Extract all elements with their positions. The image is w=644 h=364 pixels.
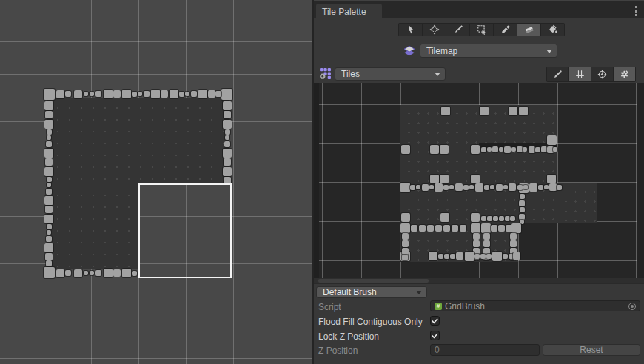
palette-tiles-icon [319,67,332,80]
chevron-down-icon [416,291,422,294]
brush-inspector: Default Brush Script # GridBrush Flood F… [314,283,644,364]
palette-option-buttons [546,67,636,82]
scrollbar-thumb[interactable] [318,279,429,283]
eyedropper-icon [500,24,511,35]
tool-strip [398,23,565,36]
paintbrush-icon [453,24,463,35]
checkmark-icon [431,317,439,325]
brush-dropdown-value: Default Brush [323,287,377,297]
z-position-label: Z Position [318,346,358,356]
chevron-down-icon [435,73,440,76]
object-picker-icon[interactable] [628,303,636,310]
checkmark-icon [431,331,439,340]
palette-select-value: Tiles [341,69,360,79]
tile-palette-panel: Tile Palette Tilemap [312,0,644,364]
cursor-icon [406,24,416,35]
z-position-value: 0 [435,345,440,355]
active-tilemap-dropdown[interactable]: Tilemap [420,44,557,58]
flood-fill-tool-button[interactable] [541,24,564,36]
kebab-menu-icon[interactable] [632,6,640,16]
tilemap-layers-icon [403,44,416,58]
script-asset-icon: # [435,303,442,310]
scene-view[interactable] [0,0,312,364]
grid-toggle-button[interactable] [569,67,591,81]
script-value: GridBrush [445,301,485,311]
marquee-icon [477,24,487,35]
eraser-tool-button[interactable] [517,24,540,36]
select-tool-button[interactable] [399,24,422,36]
palette-horizontal-scrollbar[interactable] [314,278,644,283]
eraser-icon [524,24,534,35]
brush-dropdown[interactable]: Default Brush [316,286,427,298]
paint-bucket-icon [548,24,558,35]
z-position-field[interactable]: 0 [430,344,540,356]
lock-z-checkbox[interactable] [430,331,440,340]
picker-tool-button[interactable] [494,24,517,36]
palette-right-gutter [637,83,644,278]
palette-left-gutter [314,83,319,278]
box-fill-tool-button[interactable] [470,24,493,36]
flood-fill-checkbox[interactable] [430,316,440,326]
move-icon [429,24,440,35]
gizmos-toggle-button[interactable] [591,67,613,81]
script-label: Script [318,302,341,312]
palette-viewport[interactable] [314,83,644,283]
eraser-selection-rect [138,183,232,278]
pencil-icon [553,70,563,79]
script-field[interactable]: # GridBrush [430,300,640,311]
lock-z-label: Lock Z Position [318,331,379,342]
reset-button[interactable]: Reset [543,344,640,356]
edit-palette-button[interactable] [547,67,568,81]
grid-icon [575,70,585,79]
gear-brush-icon [620,70,629,79]
tab-tile-palette[interactable]: Tile Palette [316,4,382,20]
tab-bar: Tile Palette [314,0,644,18]
gizmo-icon [597,70,607,79]
brush-settings-button[interactable] [614,67,635,81]
flood-fill-label: Flood Fill Contiguous Only [318,317,423,327]
chevron-down-icon [546,50,552,53]
move-tool-button[interactable] [423,24,446,36]
active-tilemap-value: Tilemap [426,46,457,56]
palette-select-dropdown[interactable]: Tiles [335,67,446,81]
paintbrush-tool-button[interactable] [446,24,469,36]
